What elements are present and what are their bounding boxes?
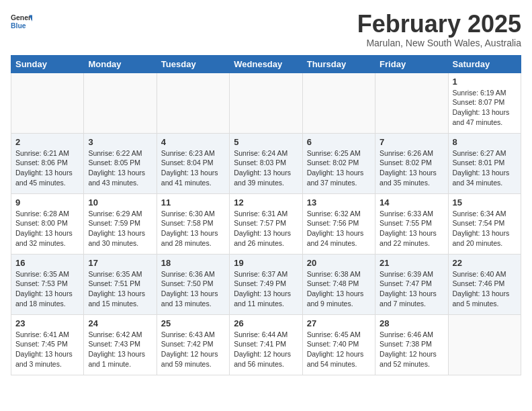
table-row: 22Sunrise: 6:40 AM Sunset: 7:46 PM Dayli… xyxy=(448,254,521,314)
day-info: Sunrise: 6:19 AM Sunset: 8:07 PM Dayligh… xyxy=(453,88,517,128)
day-info: Sunrise: 6:30 AM Sunset: 7:58 PM Dayligh… xyxy=(161,209,225,248)
day-info: Sunrise: 6:31 AM Sunset: 7:57 PM Dayligh… xyxy=(234,209,298,248)
day-info: Sunrise: 6:32 AM Sunset: 7:56 PM Dayligh… xyxy=(307,209,371,248)
col-header-thursday: Thursday xyxy=(302,55,375,73)
day-info: Sunrise: 6:23 AM Sunset: 8:04 PM Dayligh… xyxy=(161,148,225,188)
day-number: 12 xyxy=(234,197,298,208)
table-row xyxy=(302,73,375,133)
day-number: 20 xyxy=(307,258,371,268)
table-row: 21Sunrise: 6:39 AM Sunset: 7:47 PM Dayli… xyxy=(375,254,448,314)
month-year-title: February 2025 xyxy=(357,11,521,38)
table-row xyxy=(157,73,229,133)
day-number: 10 xyxy=(88,197,152,208)
day-number: 14 xyxy=(380,197,443,208)
table-row: 4Sunrise: 6:23 AM Sunset: 8:04 PM Daylig… xyxy=(157,133,229,193)
table-row: 6Sunrise: 6:25 AM Sunset: 8:02 PM Daylig… xyxy=(302,133,375,193)
day-info: Sunrise: 6:43 AM Sunset: 7:42 PM Dayligh… xyxy=(161,330,225,369)
day-number: 25 xyxy=(161,318,225,328)
table-row: 12Sunrise: 6:31 AM Sunset: 7:57 PM Dayli… xyxy=(230,193,302,254)
day-info: Sunrise: 6:35 AM Sunset: 7:51 PM Dayligh… xyxy=(88,269,152,309)
day-number: 23 xyxy=(15,318,79,328)
day-info: Sunrise: 6:21 AM Sunset: 8:06 PM Dayligh… xyxy=(15,148,79,188)
day-info: Sunrise: 6:33 AM Sunset: 7:55 PM Dayligh… xyxy=(380,209,443,248)
day-number: 26 xyxy=(234,318,298,328)
day-info: Sunrise: 6:35 AM Sunset: 7:53 PM Dayligh… xyxy=(15,269,79,309)
day-info: Sunrise: 6:39 AM Sunset: 7:47 PM Dayligh… xyxy=(380,269,443,309)
day-info: Sunrise: 6:45 AM Sunset: 7:40 PM Dayligh… xyxy=(307,330,371,369)
day-info: Sunrise: 6:44 AM Sunset: 7:41 PM Dayligh… xyxy=(234,330,298,369)
logo: General Blue xyxy=(11,11,32,32)
table-row: 15Sunrise: 6:34 AM Sunset: 7:54 PM Dayli… xyxy=(448,193,521,254)
day-number: 18 xyxy=(161,258,225,268)
calendar-week-2: 2Sunrise: 6:21 AM Sunset: 8:06 PM Daylig… xyxy=(11,133,521,193)
col-header-friday: Friday xyxy=(375,55,448,73)
table-row xyxy=(84,73,157,133)
day-number: 8 xyxy=(453,137,517,147)
table-row: 10Sunrise: 6:29 AM Sunset: 7:59 PM Dayli… xyxy=(84,193,157,254)
day-number: 11 xyxy=(161,197,225,208)
day-number: 4 xyxy=(161,137,225,147)
table-row: 13Sunrise: 6:32 AM Sunset: 7:56 PM Dayli… xyxy=(302,193,375,254)
day-number: 16 xyxy=(15,258,79,268)
table-row: 5Sunrise: 6:24 AM Sunset: 8:03 PM Daylig… xyxy=(230,133,302,193)
day-info: Sunrise: 6:27 AM Sunset: 8:01 PM Dayligh… xyxy=(453,148,517,188)
table-row xyxy=(375,73,448,133)
table-row: 20Sunrise: 6:38 AM Sunset: 7:48 PM Dayli… xyxy=(302,254,375,314)
table-row: 16Sunrise: 6:35 AM Sunset: 7:53 PM Dayli… xyxy=(11,254,84,314)
table-row: 23Sunrise: 6:41 AM Sunset: 7:45 PM Dayli… xyxy=(11,314,84,375)
logo-icon: General Blue xyxy=(11,11,32,32)
day-number: 6 xyxy=(307,137,371,147)
calendar-week-5: 23Sunrise: 6:41 AM Sunset: 7:45 PM Dayli… xyxy=(11,314,521,375)
day-number: 5 xyxy=(234,137,298,147)
table-row: 17Sunrise: 6:35 AM Sunset: 7:51 PM Dayli… xyxy=(84,254,157,314)
table-row xyxy=(448,314,521,375)
table-row: 28Sunrise: 6:46 AM Sunset: 7:38 PM Dayli… xyxy=(375,314,448,375)
table-row: 7Sunrise: 6:26 AM Sunset: 8:02 PM Daylig… xyxy=(375,133,448,193)
day-number: 9 xyxy=(15,197,79,208)
table-row: 14Sunrise: 6:33 AM Sunset: 7:55 PM Dayli… xyxy=(375,193,448,254)
table-row: 8Sunrise: 6:27 AM Sunset: 8:01 PM Daylig… xyxy=(448,133,521,193)
day-number: 27 xyxy=(307,318,371,328)
calendar-week-1: 1Sunrise: 6:19 AM Sunset: 8:07 PM Daylig… xyxy=(11,73,521,133)
svg-text:Blue: Blue xyxy=(11,22,26,30)
day-number: 3 xyxy=(88,137,152,147)
day-number: 17 xyxy=(88,258,152,268)
col-header-saturday: Saturday xyxy=(448,55,521,73)
day-number: 19 xyxy=(234,258,298,268)
day-number: 28 xyxy=(380,318,443,328)
table-row: 2Sunrise: 6:21 AM Sunset: 8:06 PM Daylig… xyxy=(11,133,84,193)
table-row: 27Sunrise: 6:45 AM Sunset: 7:40 PM Dayli… xyxy=(302,314,375,375)
svg-text:General: General xyxy=(11,14,32,21)
day-info: Sunrise: 6:29 AM Sunset: 7:59 PM Dayligh… xyxy=(88,209,152,248)
day-info: Sunrise: 6:28 AM Sunset: 8:00 PM Dayligh… xyxy=(15,209,79,248)
table-row: 1Sunrise: 6:19 AM Sunset: 8:07 PM Daylig… xyxy=(448,73,521,133)
day-number: 22 xyxy=(453,258,517,268)
day-info: Sunrise: 6:34 AM Sunset: 7:54 PM Dayligh… xyxy=(453,209,517,248)
col-header-monday: Monday xyxy=(84,55,157,73)
day-info: Sunrise: 6:38 AM Sunset: 7:48 PM Dayligh… xyxy=(307,269,371,309)
day-number: 7 xyxy=(380,137,443,147)
col-header-tuesday: Tuesday xyxy=(157,55,229,73)
calendar-header-row: SundayMondayTuesdayWednesdayThursdayFrid… xyxy=(11,55,521,73)
day-number: 15 xyxy=(453,197,517,208)
day-number: 1 xyxy=(453,77,517,87)
day-info: Sunrise: 6:26 AM Sunset: 8:02 PM Dayligh… xyxy=(380,148,443,188)
col-header-sunday: Sunday xyxy=(11,55,84,73)
title-block: February 2025 Marulan, New South Wales, … xyxy=(357,11,521,48)
day-info: Sunrise: 6:41 AM Sunset: 7:45 PM Dayligh… xyxy=(15,330,79,369)
day-number: 13 xyxy=(307,197,371,208)
page-header: General Blue February 2025 Marulan, New … xyxy=(11,11,521,48)
day-info: Sunrise: 6:46 AM Sunset: 7:38 PM Dayligh… xyxy=(380,330,443,369)
table-row: 18Sunrise: 6:36 AM Sunset: 7:50 PM Dayli… xyxy=(157,254,229,314)
col-header-wednesday: Wednesday xyxy=(230,55,302,73)
table-row: 9Sunrise: 6:28 AM Sunset: 8:00 PM Daylig… xyxy=(11,193,84,254)
table-row: 26Sunrise: 6:44 AM Sunset: 7:41 PM Dayli… xyxy=(230,314,302,375)
table-row xyxy=(230,73,302,133)
day-info: Sunrise: 6:24 AM Sunset: 8:03 PM Dayligh… xyxy=(234,148,298,188)
day-info: Sunrise: 6:40 AM Sunset: 7:46 PM Dayligh… xyxy=(453,269,517,309)
day-number: 2 xyxy=(15,137,79,147)
table-row: 11Sunrise: 6:30 AM Sunset: 7:58 PM Dayli… xyxy=(157,193,229,254)
table-row xyxy=(11,73,84,133)
calendar-week-3: 9Sunrise: 6:28 AM Sunset: 8:00 PM Daylig… xyxy=(11,193,521,254)
day-info: Sunrise: 6:42 AM Sunset: 7:43 PM Dayligh… xyxy=(88,330,152,369)
